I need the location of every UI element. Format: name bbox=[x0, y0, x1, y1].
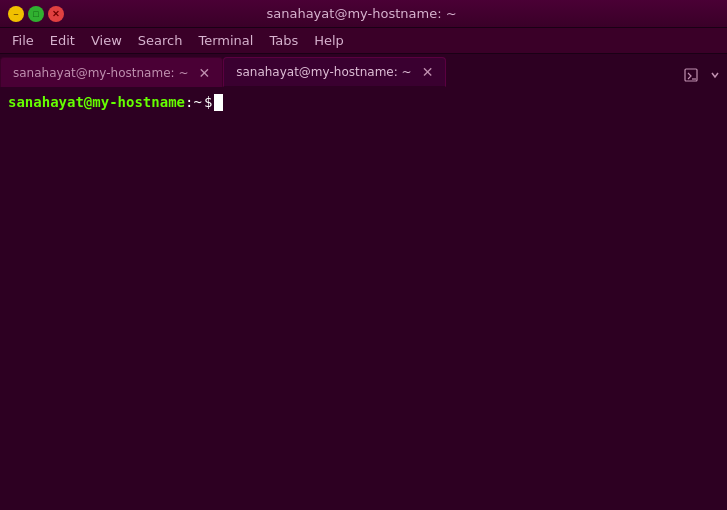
window-title: sanahayat@my-hostname: ~ bbox=[64, 6, 659, 21]
minimize-button[interactable]: – bbox=[8, 6, 24, 22]
menu-bar: File Edit View Search Terminal Tabs Help bbox=[0, 28, 727, 54]
menu-file[interactable]: File bbox=[4, 31, 42, 50]
tab-2[interactable]: sanahayat@my-hostname: ~ ✕ bbox=[223, 57, 446, 87]
new-tab-button[interactable] bbox=[679, 63, 703, 87]
menu-tabs[interactable]: Tabs bbox=[261, 31, 306, 50]
close-button[interactable]: ✕ bbox=[48, 6, 64, 22]
tab-2-label: sanahayat@my-hostname: ~ bbox=[236, 65, 411, 79]
tab-dropdown-button[interactable] bbox=[703, 63, 727, 87]
maximize-button[interactable]: □ bbox=[28, 6, 44, 22]
window-controls: – □ ✕ bbox=[8, 6, 64, 22]
tab-1-label: sanahayat@my-hostname: ~ bbox=[13, 66, 188, 80]
terminal-prompt: sanahayat@my-hostname :~ $ bbox=[8, 93, 719, 113]
prompt-user: sanahayat@my-hostname bbox=[8, 93, 185, 113]
terminal-cursor bbox=[214, 94, 223, 111]
title-bar: – □ ✕ sanahayat@my-hostname: ~ bbox=[0, 0, 727, 28]
menu-search[interactable]: Search bbox=[130, 31, 191, 50]
prompt-dollar: $ bbox=[204, 93, 212, 113]
menu-view[interactable]: View bbox=[83, 31, 130, 50]
menu-help[interactable]: Help bbox=[306, 31, 352, 50]
terminal-area[interactable]: sanahayat@my-hostname :~ $ bbox=[0, 87, 727, 510]
tab-actions bbox=[679, 57, 727, 87]
prompt-separator: :~ bbox=[185, 93, 202, 113]
terminal-icon bbox=[683, 67, 699, 83]
tab-bar: sanahayat@my-hostname: ~ ✕ sanahayat@my-… bbox=[0, 54, 727, 87]
chevron-down-icon bbox=[710, 70, 720, 80]
menu-edit[interactable]: Edit bbox=[42, 31, 83, 50]
tab-1-close[interactable]: ✕ bbox=[196, 66, 212, 80]
tab-2-close[interactable]: ✕ bbox=[420, 65, 436, 79]
menu-terminal[interactable]: Terminal bbox=[190, 31, 261, 50]
tab-1[interactable]: sanahayat@my-hostname: ~ ✕ bbox=[0, 57, 223, 87]
